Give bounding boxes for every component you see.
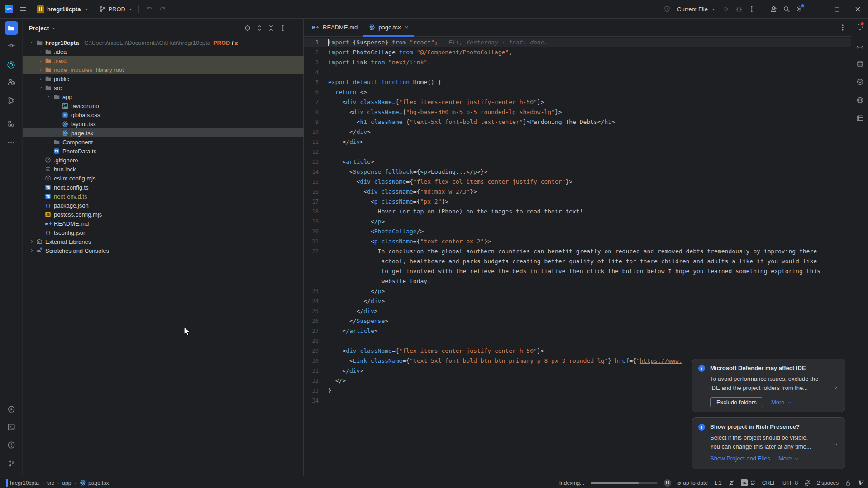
code-line-13[interactable]: 13 <article>: [304, 157, 851, 167]
code-line-23[interactable]: 23 </p>: [304, 286, 851, 296]
chevron-down-icon[interactable]: [45, 94, 53, 99]
more-dropdown[interactable]: More: [778, 455, 799, 462]
more-tools-icon[interactable]: [5, 136, 18, 149]
ai-assistant-icon[interactable]: [853, 40, 867, 54]
main-menu-icon[interactable]: [17, 3, 29, 15]
code-line-19[interactable]: 19 </p>: [304, 217, 851, 227]
tree-item--idea[interactable]: .idea: [23, 47, 317, 56]
code-line-22[interactable]: 22 In conclusion the global southern cou…: [304, 246, 851, 256]
lock-icon[interactable]: [845, 480, 851, 486]
tree-item-src[interactable]: src: [23, 83, 317, 92]
code-line-24[interactable]: 24 </div>: [304, 296, 851, 306]
tree-item-eslint-config-mjs[interactable]: eslint.config.mjs: [23, 174, 317, 183]
project-widget[interactable]: H hregr10cpta: [37, 3, 90, 15]
tree-item-external-libraries[interactable]: External Libraries: [23, 237, 309, 246]
tree-item-layout-tsx[interactable]: layout.tsx: [23, 119, 334, 128]
encoding-widget[interactable]: UTF-8: [782, 480, 798, 486]
chevron-down-icon[interactable]: [37, 85, 45, 90]
terminal-tool-icon[interactable]: [5, 420, 18, 434]
tree-item-favicon-ico[interactable]: favicon.ico: [23, 101, 334, 110]
run-button[interactable]: [720, 3, 733, 15]
pause-indexing-button[interactable]: [664, 479, 671, 487]
code-line-11[interactable]: 11 </div>: [304, 137, 851, 147]
chevron-right-icon[interactable]: [37, 76, 45, 81]
breadcrumb-app[interactable]: app: [62, 480, 71, 486]
tree-item-component[interactable]: Component: [23, 137, 326, 147]
tree-item-bun-lock[interactable]: bun.lock: [23, 165, 317, 174]
tab-readme-md[interactable]: MREADME.md: [306, 19, 363, 36]
chevron-right-icon[interactable]: [28, 248, 36, 253]
database-tool-icon[interactable]: [853, 57, 867, 71]
bun-plugin-icon[interactable]: [853, 75, 867, 88]
typescript-widget[interactable]: TS: [741, 479, 756, 486]
code-line-25[interactable]: 25 </div>: [304, 306, 851, 316]
code-line-14[interactable]: 14 <Suspense fallback={<p>Loading...</p>…: [304, 167, 851, 177]
documentation-tool-icon[interactable]: [853, 111, 867, 125]
structure-tool-icon[interactable]: [5, 117, 18, 130]
code-line-22-wrap3[interactable]: website today.: [304, 276, 851, 286]
tree-item-page-tsx[interactable]: page.tsx: [23, 128, 334, 137]
tree-item--next[interactable]: .next: [23, 56, 317, 65]
code-line-22-wrap1[interactable]: school, healthcare and parks budgets cre…: [304, 256, 851, 266]
code-line-22-wrap2[interactable]: to get involved with the relieve the bed…: [304, 266, 851, 276]
minimize-button[interactable]: [806, 0, 826, 18]
collapse-all-icon[interactable]: [266, 23, 276, 33]
maximize-button[interactable]: [826, 0, 847, 18]
expand-notification-icon[interactable]: [833, 384, 839, 390]
problems-tool-icon[interactable]: [5, 438, 18, 452]
indent-widget[interactable]: 2 spaces: [817, 480, 839, 486]
endpoints-tool-icon[interactable]: [853, 93, 867, 107]
search-everywhere-icon[interactable]: [780, 3, 793, 15]
branch-widget[interactable]: PROD: [99, 3, 134, 15]
plugin-v-widget[interactable]: V: [858, 479, 863, 487]
panel-options-icon[interactable]: [278, 23, 288, 33]
tree-item-node-modules[interactable]: node_moduleslibrary root: [23, 65, 317, 74]
tree-item-globals-css[interactable]: 3globals.css: [23, 110, 334, 119]
close-tab-icon[interactable]: ×: [405, 24, 408, 31]
code-line-20[interactable]: 20 <PhotoCollage/>: [304, 227, 851, 237]
line-separator-widget[interactable]: CRLF: [762, 480, 776, 486]
exclude-folders-button[interactable]: Exclude folders: [710, 397, 763, 407]
code-with-me-icon[interactable]: [768, 3, 780, 15]
shield-icon[interactable]: [661, 3, 673, 15]
breadcrumb-page-tsx[interactable]: page.tsx: [79, 479, 109, 486]
hide-panel-icon[interactable]: [290, 23, 300, 33]
code-line-10[interactable]: 10 </div>: [304, 127, 851, 137]
redo-button[interactable]: [156, 3, 169, 15]
chevron-right-icon[interactable]: [37, 58, 45, 63]
undo-button[interactable]: [143, 3, 156, 15]
code-line-17[interactable]: 17 <p className={"px-2"}>: [304, 197, 851, 207]
tree-item-readme-md[interactable]: MREADME.md: [23, 219, 317, 228]
more-actions-icon[interactable]: [745, 3, 758, 15]
code-line-21[interactable]: 21 <p className={"text-center px-2"}>: [304, 237, 851, 246]
code-line-29[interactable]: 29 <div className={"flex items-center ju…: [304, 346, 851, 356]
run-tool-icon[interactable]: [5, 403, 18, 416]
debug-button[interactable]: [733, 3, 745, 15]
tree-item-package-json[interactable]: {}package.json: [23, 201, 317, 210]
commit-tool-icon[interactable]: [5, 39, 18, 52]
chevron-right-icon[interactable]: [37, 67, 45, 72]
tree-item-public[interactable]: public: [23, 74, 317, 83]
git-graph-icon[interactable]: [5, 94, 18, 107]
more-dropdown[interactable]: More: [771, 399, 792, 406]
notifications-muted-icon[interactable]: [804, 480, 811, 486]
browser-plugin-icon[interactable]: [5, 58, 18, 71]
code-line-4[interactable]: 4: [304, 67, 851, 77]
tab-page-tsx[interactable]: page.tsx×: [363, 19, 414, 36]
tree-item-photodata-ts[interactable]: TSPhotoData.ts: [23, 147, 326, 156]
code-line-8[interactable]: 8 <div className={"bg-base-300 m-5 p-5 r…: [304, 107, 851, 117]
chevron-right-icon[interactable]: [37, 49, 45, 54]
run-configuration-selector[interactable]: Current File: [677, 3, 716, 15]
notifications-bell-icon[interactable]: [853, 20, 867, 33]
pull-requests-icon[interactable]: [5, 75, 18, 89]
breadcrumb-hregr10cpta[interactable]: hregr10cpta: [6, 480, 39, 486]
tree-item--gitignore[interactable]: .gitignore: [23, 156, 317, 165]
code-line-18[interactable]: 18 Hover (or tap on iPhone) on the image…: [304, 207, 851, 217]
tree-item-hregr10cpta[interactable]: hregr10cpta - C:\Users\niceEli\Documents…: [23, 38, 309, 47]
project-tool-icon[interactable]: [5, 21, 18, 35]
code-line-2[interactable]: 2import PhotoCollage from "@/Component/P…: [304, 47, 851, 57]
close-button[interactable]: [847, 0, 868, 18]
tree-item-scratches-and-consoles[interactable]: Scratches and Consoles: [23, 246, 309, 255]
project-panel-title[interactable]: Project: [29, 25, 57, 32]
code-line-16[interactable]: 16 <div className={"md:max-w-2/3"}>: [304, 187, 851, 197]
